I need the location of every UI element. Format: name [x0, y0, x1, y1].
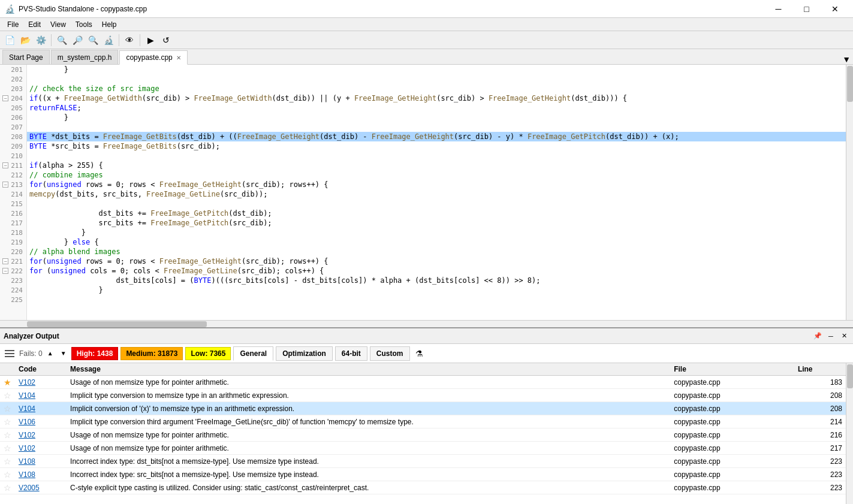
line-number-203: 203: [0, 84, 26, 93]
code-editor-wrapper: 201202203−204205206207208209210−211212−2…: [0, 65, 853, 327]
col-message[interactable]: Message: [67, 363, 670, 376]
tab-copypaste-close[interactable]: ✕: [176, 55, 181, 61]
tabs-scroll[interactable]: ▼: [842, 55, 853, 64]
analyzer-title: Analyzer Output: [4, 332, 59, 340]
table-row[interactable]: ★V102Usage of non memsize type for point…: [0, 376, 846, 389]
star-cell-8[interactable]: ☆: [0, 481, 15, 494]
analyzer-table[interactable]: Code Message File Line ★V102Usage of non…: [0, 363, 853, 504]
low-severity-badge[interactable]: Low: 7365: [185, 347, 231, 360]
col-line[interactable]: Line: [794, 363, 846, 376]
eye-button[interactable]: 👁: [122, 33, 137, 47]
toolbar-sep-2: [119, 34, 119, 46]
new-button[interactable]: 📄: [2, 33, 17, 47]
code-line-225: [27, 295, 846, 304]
code-cell-4[interactable]: V102: [15, 428, 67, 442]
medium-severity-badge[interactable]: Medium: 31873: [120, 347, 183, 360]
line-cell-2: 208: [794, 402, 846, 415]
table-row[interactable]: ☆V2005C-style explicit type casting is u…: [0, 481, 846, 494]
code-cell-6[interactable]: V108: [15, 455, 67, 468]
table-row[interactable]: ☆V102Usage of non memsize type for point…: [0, 428, 846, 442]
h-scroll-thumb[interactable]: [27, 321, 207, 327]
line-number-209: 209: [0, 141, 26, 151]
analyzer-vertical-scrollbar[interactable]: [846, 363, 853, 504]
close-button[interactable]: ✕: [821, 0, 848, 18]
maximize-button[interactable]: □: [793, 0, 820, 18]
menu-file[interactable]: File: [2, 19, 23, 30]
col-file[interactable]: File: [670, 363, 794, 376]
star-cell-2[interactable]: ☆: [0, 402, 15, 415]
tab-copypaste[interactable]: copypaste.cpp ✕: [119, 50, 187, 65]
file-cell-2: copypaste.cpp: [670, 402, 794, 415]
title-bar-controls: ─ □ ✕: [765, 0, 848, 18]
high-severity-badge[interactable]: High: 1438: [71, 347, 119, 360]
col-code[interactable]: Code: [15, 363, 67, 376]
code-cell-8[interactable]: V2005: [15, 481, 67, 494]
settings-button[interactable]: ⚙️: [34, 33, 48, 47]
star-cell-3[interactable]: ☆: [0, 415, 15, 428]
menu-tools[interactable]: Tools: [71, 19, 97, 30]
search-button[interactable]: 🔬: [101, 33, 116, 47]
table-row[interactable]: ☆V104Implicit conversion of '(x)' to mem…: [0, 402, 846, 415]
analyzer-minimize-button[interactable]: ─: [825, 331, 836, 342]
table-row[interactable]: ☆V102Usage of non memsize type for point…: [0, 442, 846, 455]
filter-tab-custom[interactable]: Custom: [370, 346, 410, 361]
line-number-223: 223: [0, 276, 26, 285]
zoom-in-button[interactable]: 🔎: [70, 33, 85, 47]
table-wrapper[interactable]: Code Message File Line ★V102Usage of non…: [0, 363, 846, 504]
tab-m-system[interactable]: m_system_cpp.h: [51, 50, 119, 64]
filter-tab-general[interactable]: General: [233, 346, 273, 361]
filter-tab-optimization[interactable]: Optimization: [276, 346, 333, 361]
star-cell-7[interactable]: ☆: [0, 468, 15, 481]
find-button[interactable]: 🔍: [86, 33, 100, 47]
fold-button-213[interactable]: −: [2, 182, 8, 188]
star-cell-1[interactable]: ☆: [0, 389, 15, 402]
minimize-button[interactable]: ─: [765, 0, 792, 18]
analyzer-close-button[interactable]: ✕: [839, 331, 849, 342]
code-cell-1[interactable]: V104: [15, 389, 67, 402]
code-cell-2[interactable]: V104: [15, 402, 67, 415]
fold-button-204[interactable]: −: [2, 95, 8, 101]
star-cell-5[interactable]: ☆: [0, 442, 15, 455]
code-cell-3[interactable]: V106: [15, 415, 67, 428]
fold-button-222[interactable]: −: [2, 268, 8, 274]
code-line-201: }: [27, 65, 846, 74]
sort-asc-button[interactable]: ▲: [45, 348, 56, 359]
line-cell-6: 223: [794, 455, 846, 468]
filter-tab-64bit[interactable]: 64-bit: [335, 346, 367, 361]
line-cell-3: 214: [794, 415, 846, 428]
pause-button[interactable]: ↺: [159, 33, 173, 47]
table-row[interactable]: ☆V108Incorrect index type: dst_bits[not …: [0, 455, 846, 468]
star-cell-4[interactable]: ☆: [0, 428, 15, 442]
vertical-scrollbar[interactable]: [846, 65, 853, 320]
analyze-button[interactable]: ▶: [143, 33, 158, 47]
code-line-218: }: [27, 228, 846, 237]
code-cell-5[interactable]: V102: [15, 442, 67, 455]
hamburger-menu-button[interactable]: [4, 347, 17, 360]
star-cell-0[interactable]: ★: [0, 376, 15, 389]
main-layout: 201202203−204205206207208209210−211212−2…: [0, 65, 853, 504]
table-row[interactable]: ☆V106Implicit type conversion third argu…: [0, 415, 846, 428]
line-cell-7: 223: [794, 468, 846, 481]
fold-button-221[interactable]: −: [2, 258, 8, 264]
sort-desc-button[interactable]: ▼: [58, 348, 69, 359]
horizontal-scrollbar[interactable]: [0, 320, 853, 327]
menu-help[interactable]: Help: [97, 19, 122, 30]
tab-start-page[interactable]: Start Page: [2, 50, 50, 64]
toolbar-sep-1: [51, 34, 52, 46]
filter-button[interactable]: ⚗: [412, 346, 427, 361]
table-row[interactable]: ☆V104Implicit type conversion to memsize…: [0, 389, 846, 402]
analyzer-pin-button[interactable]: 📌: [812, 331, 823, 342]
menu-view[interactable]: View: [46, 19, 71, 30]
table-row[interactable]: ☆V108Incorrect index type: src_bits[not …: [0, 468, 846, 481]
code-cell-7[interactable]: V108: [15, 468, 67, 481]
code-cell-0[interactable]: V102: [15, 376, 67, 389]
menu-edit[interactable]: Edit: [23, 19, 46, 30]
zoom-out-button[interactable]: 🔍: [55, 33, 69, 47]
tab-copypaste-label: copypaste.cpp: [126, 53, 172, 62]
line-cell-8: 223: [794, 481, 846, 494]
code-editor[interactable]: 201202203−204205206207208209210−211212−2…: [0, 65, 853, 320]
star-cell-6[interactable]: ☆: [0, 455, 15, 468]
open-button[interactable]: 📂: [18, 33, 32, 47]
fold-button-211[interactable]: −: [2, 162, 8, 168]
code-content[interactable]: } // check the size of src image if((x +…: [27, 65, 846, 320]
